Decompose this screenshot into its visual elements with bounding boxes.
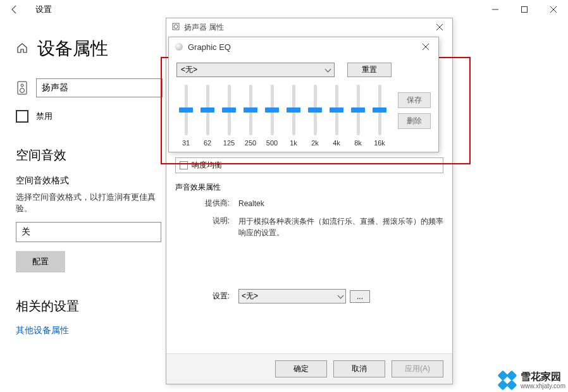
eq-title: Graphic EQ <box>188 42 231 52</box>
sound-props-title: 声音效果属性 <box>175 182 443 193</box>
band-label: 62 <box>204 139 211 147</box>
slider-track[interactable] <box>228 85 231 135</box>
preset-select[interactable]: <无> <box>238 289 346 303</box>
band-label: 31 <box>182 139 190 147</box>
loudness-checkbox[interactable] <box>180 161 188 169</box>
disable-label: 禁用 <box>36 111 52 122</box>
slider-track[interactable] <box>271 85 274 135</box>
slider-track[interactable] <box>185 85 188 135</box>
props-titlebar: 扬声器 属性 <box>166 18 452 36</box>
slider-track[interactable] <box>335 85 338 135</box>
svg-rect-1 <box>522 7 528 13</box>
slider-thumb[interactable] <box>244 107 257 113</box>
watermark-name: 雪花家园 <box>521 371 565 383</box>
props-close-button[interactable] <box>427 18 452 36</box>
home-icon[interactable] <box>16 42 28 56</box>
provider-value: Realtek <box>238 198 443 209</box>
watermark-logo-icon <box>499 372 517 389</box>
eq-close-button[interactable] <box>413 37 438 56</box>
window-title: 设置 <box>35 4 52 15</box>
settings-titlebar: 设置 <box>0 0 568 19</box>
provider-label: 提供商: <box>199 198 230 209</box>
spatial-format-select[interactable]: 关 <box>16 222 161 242</box>
eq-band-16k[interactable]: 16k <box>373 85 386 147</box>
slider-track[interactable] <box>249 85 252 135</box>
delete-button[interactable]: 删除 <box>398 113 431 129</box>
loudness-label: 响度均衡 <box>192 160 222 171</box>
more-button[interactable]: ... <box>350 290 370 303</box>
eq-band-2k[interactable]: 2k <box>308 85 322 147</box>
reset-button[interactable]: 重置 <box>347 63 392 77</box>
eq-band-62[interactable]: 62 <box>201 85 214 147</box>
description-value: 用于模拟各种表演条件（如流行乐、直播、摇滚乐等）的频率响应的设置。 <box>238 216 443 238</box>
slider-thumb[interactable] <box>287 107 300 113</box>
slider-thumb[interactable] <box>351 107 365 113</box>
eq-band-1k[interactable]: 1k <box>287 85 300 147</box>
band-label: 250 <box>245 139 256 147</box>
settings-label: 设置: <box>203 291 230 302</box>
band-label: 8k <box>354 139 362 147</box>
band-label: 4k <box>333 139 340 147</box>
minimize-button[interactable] <box>481 0 510 19</box>
slider-thumb[interactable] <box>308 107 322 113</box>
slider-track[interactable] <box>206 85 209 135</box>
page-title: 设备属性 <box>37 37 108 61</box>
watermark: 雪花家园 www.xhjaty.com <box>499 371 565 389</box>
svg-point-5 <box>21 84 23 87</box>
eq-preset-select[interactable]: <无> <box>176 63 335 77</box>
props-footer: 确定 取消 应用(A) <box>166 353 452 384</box>
cancel-button[interactable]: 取消 <box>333 360 385 377</box>
eq-band-8k[interactable]: 8k <box>351 85 365 147</box>
maximize-button[interactable] <box>510 0 539 19</box>
slider-track[interactable] <box>314 85 317 135</box>
svg-point-6 <box>20 89 25 93</box>
eq-band-125[interactable]: 125 <box>222 85 236 147</box>
band-label: 500 <box>266 139 278 147</box>
slider-thumb[interactable] <box>373 107 386 113</box>
props-title: 扬声器 属性 <box>184 22 224 33</box>
close-button[interactable] <box>539 0 568 19</box>
disable-checkbox[interactable] <box>16 110 28 123</box>
loudness-row[interactable]: 响度均衡 <box>175 157 443 173</box>
slider-thumb[interactable] <box>265 107 279 113</box>
eq-sliders: 31621252505001k2k4k8k16k <box>176 83 388 147</box>
device-name-input[interactable] <box>36 78 163 97</box>
back-button[interactable] <box>5 0 24 19</box>
configure-button[interactable]: 配置 <box>16 251 65 273</box>
eq-titlebar: Graphic EQ <box>169 37 438 56</box>
slider-thumb[interactable] <box>179 107 193 113</box>
band-label: 2k <box>311 139 319 147</box>
slider-track[interactable] <box>292 85 295 135</box>
watermark-url: www.xhjaty.com <box>521 383 565 389</box>
slider-thumb[interactable] <box>201 107 214 113</box>
svg-point-8 <box>174 25 178 28</box>
spatial-description: 选择空间音效格式，以打造润有更佳真验。 <box>16 192 161 214</box>
eq-band-250[interactable]: 250 <box>244 85 257 147</box>
band-label: 125 <box>223 139 235 147</box>
eq-band-4k[interactable]: 4k <box>330 85 343 147</box>
slider-track[interactable] <box>378 85 381 135</box>
eq-icon <box>175 43 183 51</box>
slider-thumb[interactable] <box>330 107 343 113</box>
eq-band-500[interactable]: 500 <box>265 85 279 147</box>
graphic-eq-dialog: Graphic EQ <无> 重置 31621252505001k2k4k8k1… <box>168 37 439 152</box>
eq-band-31[interactable]: 31 <box>179 85 193 147</box>
chevron-down-icon <box>338 292 344 298</box>
band-label: 16k <box>374 139 385 147</box>
ok-button[interactable]: 确定 <box>275 360 327 377</box>
chevron-down-icon <box>325 66 331 72</box>
slider-track[interactable] <box>357 85 360 135</box>
slider-thumb[interactable] <box>222 107 236 113</box>
apply-button[interactable]: 应用(A) <box>392 360 443 377</box>
description-label: 说明: <box>199 216 230 238</box>
speaker-icon <box>16 81 28 95</box>
band-label: 1k <box>290 139 297 147</box>
speaker-dialog-icon <box>171 22 180 33</box>
save-button[interactable]: 保存 <box>398 92 431 108</box>
